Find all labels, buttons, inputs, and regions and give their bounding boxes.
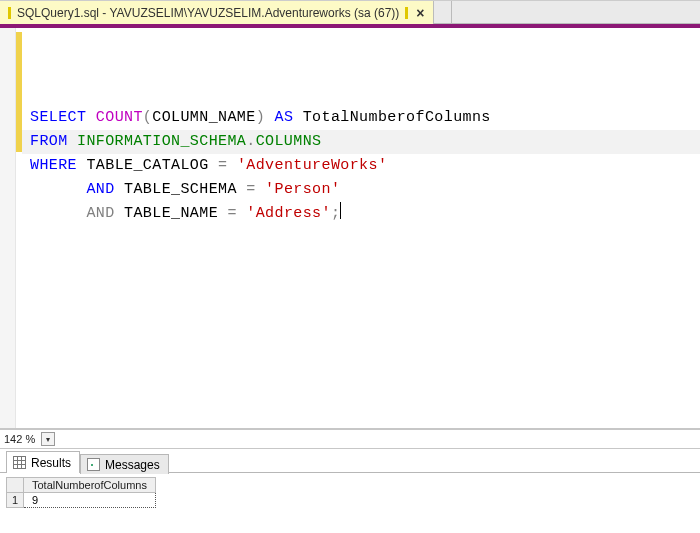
cell-value[interactable]: 9 xyxy=(24,493,156,508)
lit-address: 'Address' xyxy=(246,205,331,222)
tab-strip: SQLQuery1.sql - YAVUZSELIM\YAVUZSELIM.Ad… xyxy=(0,1,700,24)
results-grid-area: TotalNumberofColumns 1 9 xyxy=(0,473,700,533)
col-name: COLUMN_NAME xyxy=(152,109,255,126)
results-grid[interactable]: TotalNumberofColumns 1 9 xyxy=(6,477,156,508)
kw-as: AS xyxy=(274,109,293,126)
table-header-row: TotalNumberofColumns xyxy=(7,478,156,493)
tab-modified-marker xyxy=(8,7,11,19)
zoom-bar: 142 % ▾ xyxy=(0,429,700,449)
op-eq: = xyxy=(218,157,227,174)
col-catalog: TABLE_CATALOG xyxy=(86,157,208,174)
tab-overflow-area xyxy=(434,1,452,23)
paren-open: ( xyxy=(143,109,152,126)
alias: TotalNumberofColumns xyxy=(303,109,491,126)
table-row[interactable]: 1 9 xyxy=(7,493,156,508)
text-cursor xyxy=(340,202,341,219)
tab-title: SQLQuery1.sql - YAVUZSELIM\YAVUZSELIM.Ad… xyxy=(17,6,399,20)
messages-icon xyxy=(87,458,100,471)
tab-modified-marker xyxy=(405,7,408,19)
kw-select: SELECT xyxy=(30,109,86,126)
schema-name: INFORMATION_SCHEMA xyxy=(77,133,246,150)
kw-and: AND xyxy=(86,181,114,198)
kw-and: AND xyxy=(86,205,114,222)
lit-adventureworks: 'AdventureWorks' xyxy=(237,157,387,174)
op-eq: = xyxy=(227,205,236,222)
kw-from: FROM xyxy=(30,133,68,150)
zoom-value: 142 % xyxy=(4,433,35,445)
tab-results-label: Results xyxy=(31,456,71,470)
editor-tab[interactable]: SQLQuery1.sql - YAVUZSELIM\YAVUZSELIM.Ad… xyxy=(0,1,434,24)
grid-corner xyxy=(7,478,24,493)
code-block: SELECT COUNT(COLUMN_NAME) AS TotalNumber… xyxy=(30,106,700,226)
outline-gutter xyxy=(0,28,16,428)
grid-icon xyxy=(13,456,26,469)
chevron-down-icon: ▾ xyxy=(46,435,50,444)
dot: . xyxy=(246,133,255,150)
paren-close: ) xyxy=(256,109,265,126)
object-name: COLUMNS xyxy=(256,133,322,150)
tab-messages[interactable]: Messages xyxy=(80,454,169,474)
close-icon[interactable]: × xyxy=(414,6,426,20)
col-schema: TABLE_SCHEMA xyxy=(124,181,237,198)
results-panel: Results Messages TotalNumberofColumns 1 … xyxy=(0,449,700,533)
lit-person: 'Person' xyxy=(265,181,340,198)
fn-count: COUNT xyxy=(96,109,143,126)
col-table: TABLE_NAME xyxy=(124,205,218,222)
kw-where: WHERE xyxy=(30,157,77,174)
sql-editor[interactable]: SELECT COUNT(COLUMN_NAME) AS TotalNumber… xyxy=(22,28,700,428)
row-number[interactable]: 1 xyxy=(7,493,24,508)
editor-area: SELECT COUNT(COLUMN_NAME) AS TotalNumber… xyxy=(0,28,700,429)
zoom-dropdown[interactable]: ▾ xyxy=(41,432,55,446)
tab-messages-label: Messages xyxy=(105,458,160,472)
results-tabs: Results Messages xyxy=(0,449,700,473)
op-eq: = xyxy=(246,181,255,198)
col-header[interactable]: TotalNumberofColumns xyxy=(24,478,156,493)
semicolon: ; xyxy=(331,205,340,222)
tab-results[interactable]: Results xyxy=(6,451,80,473)
